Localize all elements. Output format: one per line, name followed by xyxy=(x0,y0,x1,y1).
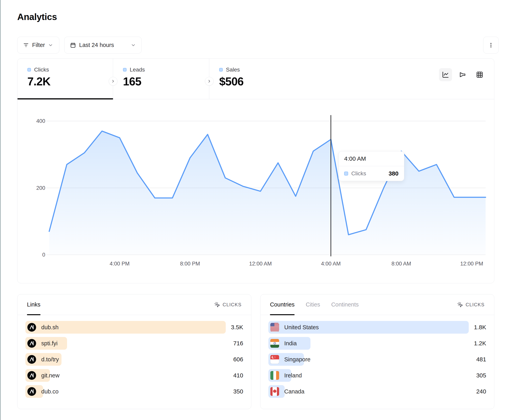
y-tick-label: 400 xyxy=(27,118,45,124)
links-list: dub.sh3.5Kspti.fyi716d.to/try606git.new4… xyxy=(17,315,251,398)
row-label: d.to/try xyxy=(41,356,59,363)
list-item[interactable]: spti.fyi716 xyxy=(25,337,243,350)
list-item[interactable]: dub.sh3.5K xyxy=(25,321,243,334)
tab-links-label: Links xyxy=(27,301,40,308)
tooltip-series-swatch xyxy=(344,172,348,175)
tab-countries-label: Countries xyxy=(270,301,295,308)
list-item[interactable]: India1.2K xyxy=(268,337,486,350)
cursor-click-icon xyxy=(457,302,463,308)
x-tick-label: 12:00 AM xyxy=(243,261,278,267)
expand-clicks-button[interactable] xyxy=(109,77,117,86)
x-tick-label: 8:00 PM xyxy=(172,261,208,267)
tooltip-value: 380 xyxy=(388,170,398,177)
row-label: Canada xyxy=(284,388,305,395)
x-tick-label: 8:00 AM xyxy=(383,261,419,267)
row-label: git.new xyxy=(41,372,60,379)
chart-tooltip: 4:00 AM Clicks 380 xyxy=(338,151,404,181)
tooltip-time: 4:00 AM xyxy=(339,151,404,166)
row-value: 716 xyxy=(233,340,243,347)
date-range-button[interactable]: Last 24 hours xyxy=(64,37,142,53)
chevron-down-icon xyxy=(131,43,136,48)
row-value: 1.8K xyxy=(474,324,486,331)
country-flag-icon xyxy=(270,339,279,348)
calendar-icon xyxy=(70,42,76,48)
analytics-card: Clicks 7.2K Leads 165 Sales $506 xyxy=(17,58,494,283)
countries-metric-header[interactable]: CLICKS xyxy=(457,302,485,308)
x-tick-label: 4:00 AM xyxy=(313,261,349,267)
row-value: 350 xyxy=(233,388,243,395)
dub-logo-icon xyxy=(27,339,36,348)
row-value: 410 xyxy=(233,372,243,379)
x-tick-label: 4:00 PM xyxy=(102,261,137,267)
row-value: 606 xyxy=(233,356,243,363)
filter-button[interactable]: Filter xyxy=(17,37,59,53)
dub-logo-icon xyxy=(27,323,36,332)
dub-logo-icon xyxy=(27,355,36,364)
links-tab-underline xyxy=(27,314,40,315)
country-flag-icon xyxy=(270,323,279,332)
more-options-button[interactable] xyxy=(483,37,499,53)
list-item[interactable]: d.to/try606 xyxy=(25,353,243,366)
tab-cities-label: Cities xyxy=(306,301,320,308)
tab-countries[interactable]: Countries xyxy=(270,294,295,315)
row-value: 481 xyxy=(476,356,486,363)
list-item[interactable]: Canada240 xyxy=(268,385,486,398)
dub-logo-icon xyxy=(27,371,36,380)
countries-metric-label: CLICKS xyxy=(466,302,485,307)
date-range-label: Last 24 hours xyxy=(79,42,114,48)
kebab-menu-icon xyxy=(488,42,494,48)
list-item[interactable]: United States1.8K xyxy=(268,321,486,334)
links-panel: Links CLICKS dub.sh3.5Kspti.fyi716d.to/t… xyxy=(17,294,251,409)
links-metric-label: CLICKS xyxy=(223,302,242,307)
row-label: Ireland xyxy=(284,372,302,379)
x-tick-label: 12:00 PM xyxy=(454,261,490,267)
row-value: 305 xyxy=(476,372,486,379)
list-item[interactable]: dub.co350 xyxy=(25,385,243,398)
row-label: India xyxy=(284,340,297,347)
tab-continents[interactable]: Continents xyxy=(331,294,359,315)
tab-continents-label: Continents xyxy=(331,301,359,308)
row-label: dub.sh xyxy=(41,324,59,331)
row-label: dub.co xyxy=(41,388,59,395)
clicks-area-chart[interactable] xyxy=(17,59,494,283)
list-item[interactable]: git.new410 xyxy=(25,369,243,382)
page-title: Analytics xyxy=(17,12,57,22)
area-fill xyxy=(49,131,486,255)
expand-leads-button[interactable] xyxy=(205,77,214,86)
y-tick-label: 0 xyxy=(27,252,45,258)
countries-list: United States1.8KIndia1.2KSingapore481Ir… xyxy=(261,315,494,398)
tab-cities[interactable]: Cities xyxy=(306,294,320,315)
chevron-down-icon xyxy=(48,43,53,48)
links-metric-header[interactable]: CLICKS xyxy=(214,302,242,308)
row-label: United States xyxy=(284,324,319,331)
y-tick-label: 200 xyxy=(27,185,45,191)
filter-icon xyxy=(23,42,29,48)
row-value: 3.5K xyxy=(231,324,243,331)
tooltip-series-label: Clicks xyxy=(351,170,385,177)
filter-button-label: Filter xyxy=(32,42,45,48)
countries-panel: Countries Cities Continents CLICKS Unite… xyxy=(260,294,494,409)
tab-links[interactable]: Links xyxy=(27,294,40,315)
countries-tab-underline xyxy=(270,314,295,315)
list-item[interactable]: Ireland305 xyxy=(268,369,486,382)
cursor-click-icon xyxy=(214,302,220,308)
row-label: spti.fyi xyxy=(41,340,58,347)
list-item[interactable]: Singapore481 xyxy=(268,353,486,366)
country-flag-icon xyxy=(270,387,279,396)
row-value: 1.2K xyxy=(474,340,486,347)
dub-logo-icon xyxy=(27,387,36,396)
analytics-page: { "page": { "title": "Analytics" }, "too… xyxy=(0,0,508,420)
row-label: Singapore xyxy=(284,356,310,363)
row-value: 240 xyxy=(476,388,486,395)
country-flag-icon xyxy=(270,355,279,364)
country-flag-icon xyxy=(270,371,279,380)
